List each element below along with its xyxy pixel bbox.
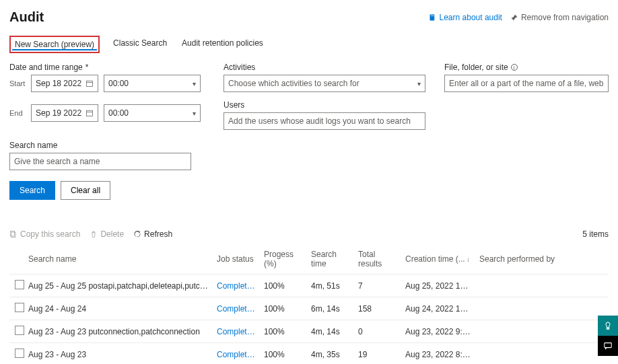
cell-creation-time: Aug 25, 2022 12:23... — [401, 275, 475, 297]
search-name-input[interactable] — [9, 153, 191, 170]
users-input[interactable] — [224, 112, 425, 130]
col-search-time[interactable]: Search time — [307, 244, 354, 275]
col-job-status[interactable]: Job status — [213, 244, 260, 275]
delete-button[interactable]: Delete — [90, 229, 124, 239]
book-icon — [429, 13, 437, 22]
cell-search-name: Aug 23 - Aug 23 — [24, 343, 213, 365]
end-time-value: 00:00 — [108, 108, 129, 118]
refresh-icon — [133, 230, 141, 238]
svg-rect-0 — [87, 81, 93, 86]
chat-icon — [603, 341, 613, 351]
remove-link-text: Remove from navigation — [521, 13, 609, 22]
cell-progress: 100% — [260, 275, 307, 297]
file-folder-site-input[interactable] — [444, 75, 609, 92]
cell-progress: 100% — [260, 320, 307, 343]
cell-creation-time: Aug 23, 2022 9:44 ... — [401, 320, 475, 343]
chevron-down-icon: ▾ — [193, 110, 196, 117]
search-button[interactable]: Search — [9, 181, 55, 200]
table-row[interactable]: Aug 25 - Aug 25 postapi,patchapi,deletea… — [9, 275, 609, 297]
col-search-name[interactable]: Search name — [24, 244, 213, 275]
table-header-row: Search name Job status Progess (%) Searc… — [9, 244, 609, 275]
cell-progress: 100% — [260, 343, 307, 365]
tab-new-search[interactable]: New Search (preview) — [9, 36, 100, 53]
end-time-picker[interactable]: 00:00 ▾ — [104, 104, 201, 122]
cell-total-results: 0 — [354, 320, 401, 343]
cell-total-results: 7 — [354, 275, 401, 297]
remove-from-nav-link[interactable]: Remove from navigation — [510, 13, 609, 22]
svg-rect-6 — [605, 343, 612, 348]
activities-select[interactable]: Choose which activities to search for ▾ — [224, 75, 425, 92]
cell-creation-time: Aug 23, 2022 8:51 ... — [401, 343, 475, 365]
unpin-icon — [510, 13, 518, 22]
col-total-results[interactable]: Total results — [354, 244, 401, 275]
row-checkbox[interactable] — [15, 326, 24, 335]
cell-job-status[interactable]: Completed — [213, 320, 260, 343]
activities-label: Activities — [224, 63, 425, 72]
learn-link-text: Learn about audit — [440, 13, 502, 22]
row-checkbox[interactable] — [15, 280, 24, 289]
users-label: Users — [224, 100, 425, 110]
cell-search-name: Aug 24 - Aug 24 — [24, 297, 213, 320]
refresh-label: Refresh — [144, 229, 172, 239]
cell-search-time: 6m, 14s — [307, 297, 354, 320]
col-creation-time[interactable]: Creation time (...↓ — [401, 244, 475, 275]
cell-search-time: 4m, 51s — [307, 275, 354, 297]
cell-performed-by — [475, 343, 609, 365]
cell-total-results: 158 — [354, 297, 401, 320]
start-date-value: Sep 18 2022 — [36, 79, 81, 88]
cell-creation-time: Aug 24, 2022 11:01... — [401, 297, 475, 320]
cell-progress: 100% — [260, 297, 307, 320]
chevron-down-icon: ▾ — [193, 80, 196, 87]
chat-button[interactable] — [598, 336, 618, 356]
lightbulb-icon — [603, 321, 613, 330]
cell-job-status[interactable]: Completed — [213, 275, 260, 297]
tab-classic-search[interactable]: Classic Search — [112, 36, 168, 53]
calendar-icon — [85, 109, 94, 117]
clear-all-button[interactable]: Clear all — [61, 181, 110, 200]
search-name-label: Search name — [9, 141, 186, 150]
sort-desc-icon: ↓ — [467, 256, 470, 263]
start-time-picker[interactable]: 00:00 ▾ — [104, 75, 201, 92]
end-label: End — [9, 109, 26, 117]
copy-icon — [9, 230, 18, 238]
col-progress[interactable]: Progess (%) — [260, 244, 307, 275]
end-date-value: Sep 19 2022 — [36, 108, 81, 118]
start-label: Start — [9, 79, 26, 87]
delete-icon — [90, 230, 98, 238]
start-date-picker[interactable]: Sep 18 2022 — [31, 75, 98, 92]
table-row[interactable]: Aug 23 - Aug 23 putconnection,patchconne… — [9, 320, 609, 343]
file-folder-site-label: File, folder, or site i — [444, 63, 609, 72]
refresh-button[interactable]: Refresh — [133, 229, 172, 239]
row-checkbox[interactable] — [15, 349, 24, 358]
cell-search-name: Aug 25 - Aug 25 postapi,patchapi,deletea… — [24, 275, 213, 297]
tab-audit-retention[interactable]: Audit retention policies — [180, 36, 265, 53]
cell-search-time: 4m, 35s — [307, 343, 354, 365]
learn-about-audit-link[interactable]: Learn about audit — [429, 13, 502, 22]
cell-job-status[interactable]: Completed — [213, 343, 260, 365]
cell-performed-by — [475, 297, 609, 320]
feedback-button[interactable] — [598, 316, 618, 336]
calendar-icon — [85, 79, 94, 87]
delete-label: Delete — [100, 229, 124, 239]
cell-search-name: Aug 23 - Aug 23 putconnection,patchconne… — [24, 320, 213, 343]
cell-performed-by — [475, 320, 609, 343]
cell-performed-by — [475, 275, 609, 297]
svg-rect-2 — [87, 110, 93, 116]
start-time-value: 00:00 — [108, 79, 129, 88]
page-title: Audit — [9, 9, 44, 25]
row-checkbox[interactable] — [15, 303, 24, 312]
cell-job-status[interactable]: Completed — [213, 297, 260, 320]
chevron-down-icon: ▾ — [417, 80, 421, 87]
copy-label: Copy this search — [20, 229, 80, 239]
copy-search-button[interactable]: Copy this search — [9, 229, 80, 239]
table-row[interactable]: Aug 24 - Aug 24Completed100%6m, 14s158Au… — [9, 297, 609, 320]
info-icon: i — [511, 64, 518, 71]
cell-search-time: 4m, 14s — [307, 320, 354, 343]
end-date-picker[interactable]: Sep 19 2022 — [31, 104, 98, 122]
cell-total-results: 19 — [354, 343, 401, 365]
activities-placeholder: Choose which activities to search for — [228, 79, 359, 88]
col-performed-by[interactable]: Search performed by — [475, 244, 609, 275]
table-row[interactable]: Aug 23 - Aug 23Completed100%4m, 35s19Aug… — [9, 343, 609, 365]
item-count: 5 items — [582, 229, 609, 239]
datetime-range-label: Date and time range — [9, 63, 205, 72]
